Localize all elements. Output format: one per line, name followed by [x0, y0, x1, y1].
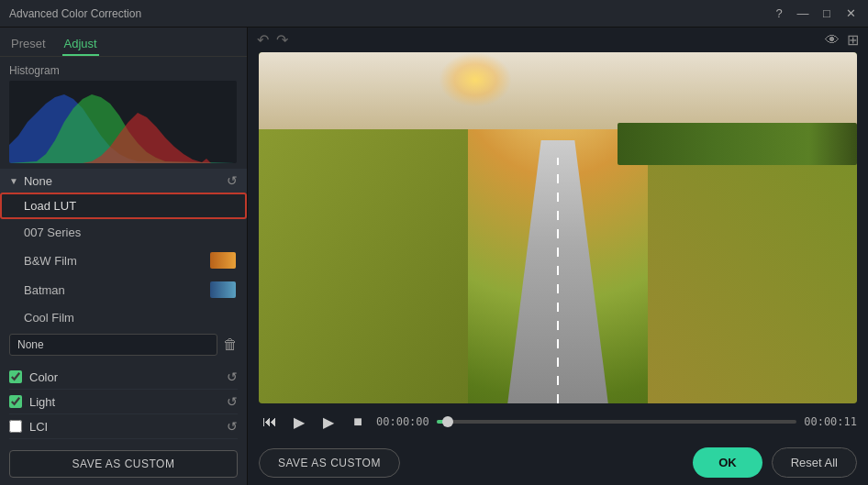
stop-button[interactable]: ■ [347, 411, 369, 433]
save-as-custom-main-button[interactable]: SAVE AS CUSTOM [259, 448, 400, 478]
redo-button[interactable]: ↷ [276, 31, 288, 49]
histogram-section: Histogram [0, 57, 247, 169]
maximize-button[interactable]: □ [818, 6, 835, 22]
action-row: SAVE AS CUSTOM OK Reset All [248, 440, 868, 485]
lut-item-label: Batman [24, 283, 65, 297]
lut-swatch-cool [210, 281, 236, 298]
lut-item-007[interactable]: 007 Series [0, 219, 247, 246]
color-checkbox[interactable] [9, 370, 22, 383]
field-left [259, 129, 468, 403]
lut-header-label: None [24, 174, 227, 188]
progress-bar[interactable] [437, 420, 796, 424]
lut-item-coolfilm[interactable]: Cool Film [0, 304, 247, 328]
histogram-label: Histogram [9, 64, 238, 77]
field-right [648, 129, 857, 403]
undo-button[interactable]: ↶ [257, 31, 269, 49]
progress-handle[interactable] [442, 416, 453, 427]
histogram-canvas [9, 81, 237, 163]
adj-row-color: Color ↺ [9, 365, 238, 390]
color-label: Color [29, 370, 227, 384]
sky-layer [259, 52, 857, 129]
ok-button[interactable]: OK [693, 447, 762, 478]
adj-row-light: Light ↺ [9, 390, 238, 414]
delete-button[interactable]: 🗑 [223, 336, 238, 353]
lut-item-label: Load LUT [24, 199, 76, 213]
dropdown-row: None 🗑 [0, 328, 247, 361]
road-lines [557, 158, 559, 403]
lci-label: LCI [29, 420, 227, 434]
lut-section[interactable]: ▼ None ↺ Load LUT 007 Series B&W Film Ba… [0, 169, 247, 328]
play-button[interactable]: ▶ [317, 411, 339, 433]
video-area [259, 52, 857, 403]
minimize-button[interactable]: — [795, 6, 811, 22]
action-right: OK Reset All [693, 447, 857, 478]
lut-item-label: B&W Film [24, 254, 77, 268]
light-reset-btn[interactable]: ↺ [227, 394, 238, 409]
play-pause-button[interactable]: ▶ [288, 411, 310, 433]
time-end: 00:00:11 [804, 415, 857, 428]
reset-all-button[interactable]: Reset All [772, 447, 857, 478]
left-panel: Preset Adjust Histogram ▼ No [0, 28, 248, 485]
adj-row-lci: LCI ↺ [9, 414, 238, 439]
lut-arrow-icon: ▼ [9, 176, 18, 186]
lci-checkbox[interactable] [9, 420, 22, 433]
lut-item-label: Cool Film [24, 311, 74, 325]
eye-button[interactable]: 👁 [825, 32, 840, 49]
lut-item-batman[interactable]: Batman [0, 275, 247, 304]
title-bar: Advanced Color Correction ? — □ ✕ [0, 0, 868, 28]
lut-item-label: 007 Series [24, 226, 81, 239]
tab-preset[interactable]: Preset [9, 33, 48, 56]
lut-item-bw[interactable]: B&W Film [0, 246, 247, 275]
lci-reset-btn[interactable]: ↺ [227, 419, 238, 434]
lut-swatch-warm [210, 252, 236, 269]
adjustment-rows: Color ↺ Light ↺ LCI ↺ [0, 361, 247, 443]
main-content: Preset Adjust Histogram ▼ No [0, 28, 868, 485]
horizon-trees [618, 123, 857, 165]
close-button[interactable]: ✕ [842, 6, 859, 22]
light-label: Light [29, 395, 227, 409]
time-start: 00:00:00 [376, 415, 429, 428]
lut-item-load[interactable]: Load LUT [0, 193, 247, 219]
light-checkbox[interactable] [9, 395, 22, 408]
crop-button[interactable]: ⊞ [847, 31, 859, 49]
right-panel: ↶ ↷ 👁 ⊞ ⏮ ▶ ▶ ■ 00:00:00 [248, 28, 868, 485]
help-button[interactable]: ? [771, 6, 787, 22]
tab-adjust[interactable]: Adjust [62, 33, 99, 56]
save-custom-button[interactable]: SAVE AS CUSTOM [9, 450, 238, 478]
sun-glow [439, 52, 512, 107]
lut-reset-button[interactable]: ↺ [227, 173, 238, 188]
tab-bar: Preset Adjust [0, 28, 247, 57]
lut-header[interactable]: ▼ None ↺ [0, 169, 247, 193]
video-scene [259, 52, 857, 403]
window-title: Advanced Color Correction [9, 7, 141, 20]
undo-redo-bar: ↶ ↷ 👁 ⊞ [248, 28, 868, 52]
left-bottom: SAVE AS CUSTOM [0, 443, 247, 485]
window-controls: ? — □ ✕ [771, 6, 859, 22]
color-reset-btn[interactable]: ↺ [227, 369, 238, 384]
step-back-button[interactable]: ⏮ [259, 411, 281, 433]
lut-dropdown[interactable]: None [9, 334, 217, 356]
video-controls-bar: ⏮ ▶ ▶ ■ 00:00:00 00:00:11 [248, 403, 868, 440]
histogram-svg [9, 81, 237, 163]
